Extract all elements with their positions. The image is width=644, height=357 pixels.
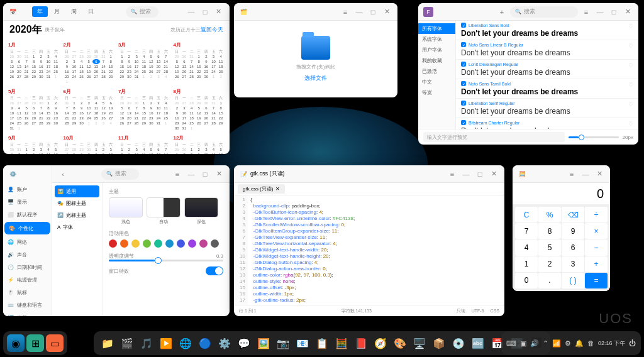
- accent-color[interactable]: [177, 239, 185, 248]
- close-button[interactable]: ✕: [488, 168, 499, 180]
- dock-app[interactable]: 📧: [294, 334, 311, 352]
- accent-color[interactable]: [199, 239, 208, 248]
- settings-nav-item[interactable]: ⚡电源管理: [3, 273, 52, 286]
- font-item[interactable]: ✓Bitstream Charter Regular♡Don't let you…: [456, 118, 638, 129]
- minimize-button[interactable]: —: [186, 168, 197, 180]
- calc-key-÷[interactable]: ÷: [585, 207, 608, 222]
- volume-icon[interactable]: 🔊: [530, 339, 539, 348]
- settings-nav-item[interactable]: ⬜默认程序: [3, 208, 52, 221]
- minimize-button[interactable]: —: [186, 6, 197, 18]
- transparency-slider[interactable]: [109, 260, 223, 261]
- maximize-button[interactable]: □: [199, 6, 211, 18]
- dock-app[interactable]: 🧮: [333, 334, 350, 352]
- settings-nav-item[interactable]: 🔊声音: [3, 248, 52, 261]
- font-item[interactable]: ✓Noto Sans Tamil Bold♡Don't let your dre…: [456, 79, 638, 99]
- calc-key-7[interactable]: 7: [515, 223, 538, 239]
- calendar-tab-日[interactable]: 日: [83, 6, 99, 17]
- close-tab-icon[interactable]: ✕: [275, 186, 280, 192]
- dock-app[interactable]: ▶️: [157, 334, 175, 352]
- dock-app[interactable]: 💿: [450, 334, 467, 352]
- close-button[interactable]: ✕: [213, 6, 225, 18]
- month-3[interactable]: 3月日一二三四五六1234567891011121314151617181920…: [118, 41, 170, 84]
- size-slider[interactable]: [569, 136, 619, 138]
- multitask-button[interactable]: ⊞: [26, 334, 44, 352]
- calc-key-8[interactable]: 8: [538, 223, 561, 239]
- month-2[interactable]: 2月日一二三四五六2627282930311234567891011121314…: [64, 41, 115, 84]
- settings-sub-item[interactable]: 🖼️通用: [55, 185, 99, 197]
- settings-sub-item[interactable]: ↗️光标主题: [55, 209, 99, 221]
- calendar-search[interactable]: 搜索: [126, 6, 158, 18]
- select-file-button[interactable]: 选择文件: [304, 74, 327, 82]
- calc-key-3[interactable]: 3: [562, 256, 584, 272]
- calc-key-5[interactable]: 5: [538, 239, 561, 255]
- settings-icon[interactable]: ⚙: [565, 339, 571, 348]
- font-category[interactable]: 系统字体: [418, 34, 455, 45]
- theme-auto[interactable]: 自动: [147, 197, 180, 225]
- close-button[interactable]: ✕: [622, 6, 633, 18]
- calc-key-( )[interactable]: ( ): [562, 273, 584, 288]
- dock-app[interactable]: 🧭: [372, 334, 389, 352]
- dock-app[interactable]: 🌐: [177, 334, 194, 352]
- launcher-button[interactable]: ◉: [7, 334, 25, 352]
- dock-app[interactable]: 🖼️: [255, 334, 272, 352]
- font-item[interactable]: ✓Liberation Serif Regular♡Don't let your…: [456, 99, 638, 118]
- month-8[interactable]: 8月日一二三四五六2627282930311234567891011121314…: [174, 88, 225, 131]
- font-category[interactable]: 用户字体: [418, 45, 455, 55]
- dock-app[interactable]: ⚙️: [216, 334, 233, 352]
- dock-app[interactable]: 🖥️: [411, 334, 428, 352]
- calc-key-.[interactable]: .: [538, 273, 561, 288]
- accent-color[interactable]: [131, 239, 140, 248]
- menu-button[interactable]: ≡: [580, 6, 592, 18]
- heart-icon[interactable]: ♡: [628, 121, 633, 127]
- month-4[interactable]: 4月日一二三四五六2930311234567891011121314151617…: [174, 41, 225, 84]
- month-9[interactable]: 9月日一二三四五六3031123456789101112131415161718…: [8, 135, 60, 154]
- menu-button[interactable]: ≡: [340, 6, 351, 18]
- accent-color[interactable]: [120, 239, 128, 248]
- dock-app[interactable]: 💬: [235, 334, 253, 352]
- month-1[interactable]: 1月日一二三四五六2930311234567891011121314151617…: [8, 41, 60, 84]
- calc-key-2[interactable]: 2: [538, 256, 561, 272]
- maximize-button[interactable]: □: [367, 6, 379, 18]
- show-desktop-button[interactable]: ▭: [46, 334, 64, 352]
- preview-input[interactable]: 输入文字进行预览: [423, 132, 565, 142]
- font-category[interactable]: 已激活: [418, 66, 455, 77]
- calendar-tab-月[interactable]: 月: [49, 6, 65, 17]
- calc-key-C[interactable]: C: [515, 207, 538, 222]
- dock-app[interactable]: 🔤: [469, 334, 487, 352]
- font-category[interactable]: 等宽: [418, 87, 455, 98]
- dock-app[interactable]: 🎵: [138, 334, 155, 352]
- calc-key-⌫[interactable]: ⌫: [562, 207, 584, 222]
- accent-color[interactable]: [165, 239, 174, 248]
- accent-color[interactable]: [154, 239, 162, 248]
- calc-key-1[interactable]: 1: [515, 256, 538, 272]
- back-button[interactable]: ‹: [57, 168, 69, 180]
- minimize-button[interactable]: —: [580, 168, 591, 180]
- dock-app[interactable]: 📁: [99, 334, 116, 352]
- font-item[interactable]: ✓Liberation Sans Bold♡Don't let your dre…: [456, 21, 638, 40]
- month-12[interactable]: 12月日一二三四五六293012345678910111213141516171…: [174, 135, 225, 154]
- font-category[interactable]: 我的收藏: [418, 55, 455, 66]
- code-area[interactable]: { background-clip: padding-box; -GtkTool…: [248, 195, 504, 305]
- dock-app[interactable]: 📷: [274, 334, 292, 352]
- accent-color[interactable]: [188, 239, 196, 248]
- calc-key-+[interactable]: +: [585, 256, 608, 272]
- calc-key-9[interactable]: 9: [562, 223, 584, 239]
- dock-app[interactable]: 📋: [313, 334, 331, 352]
- effects-toggle[interactable]: [206, 266, 223, 275]
- theme-light[interactable]: 浅色: [109, 197, 143, 225]
- settings-sub-item[interactable]: 🎭图标主题: [55, 197, 99, 209]
- calc-key-×[interactable]: ×: [585, 223, 608, 239]
- notification-icon[interactable]: 🔔: [575, 339, 584, 348]
- menu-button[interactable]: ≡: [566, 168, 577, 180]
- dock-app[interactable]: 🔵: [196, 334, 214, 352]
- maximize-button[interactable]: □: [474, 168, 486, 180]
- dock-app[interactable]: 📦: [430, 334, 448, 352]
- encoding-status[interactable]: UTF-8: [472, 309, 484, 313]
- calc-key-=[interactable]: =: [585, 273, 608, 288]
- onboard-icon[interactable]: ▣: [520, 339, 526, 348]
- menu-button[interactable]: ≡: [447, 168, 458, 180]
- settings-nav-item[interactable]: 🖱️鼠标: [3, 286, 52, 299]
- heart-icon[interactable]: ♡: [628, 82, 633, 88]
- network-icon[interactable]: 📶: [552, 339, 561, 348]
- dock-app[interactable]: 🎬: [118, 334, 136, 352]
